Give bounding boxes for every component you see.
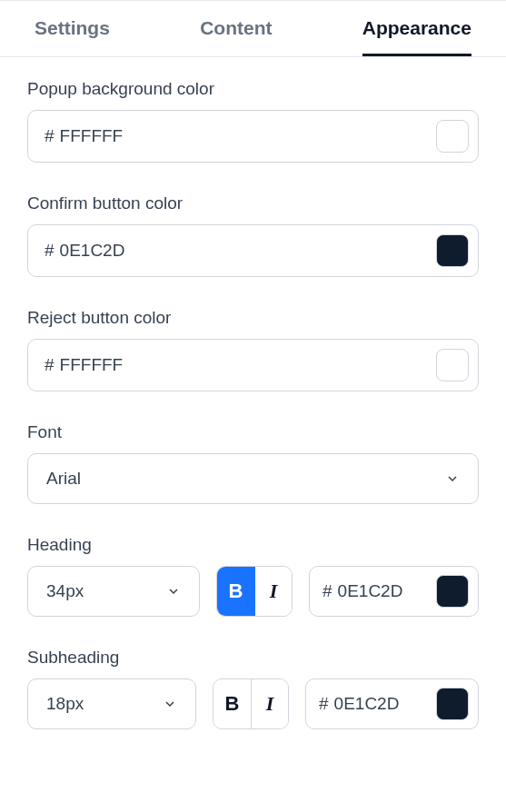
subheading-color-input[interactable] (334, 694, 432, 714)
heading-size-value: 34px (46, 581, 84, 601)
heading-style-group: B I (216, 566, 293, 617)
reject-btn-swatch[interactable] (436, 349, 469, 381)
hash-prefix: # (322, 581, 332, 601)
subheading-size-value: 18px (46, 694, 84, 714)
font-value: Arial (46, 469, 81, 489)
chevron-down-icon (166, 584, 181, 599)
font-select[interactable]: Arial (27, 453, 479, 504)
reject-btn-label: Reject button color (27, 308, 479, 328)
confirm-btn-input[interactable] (60, 241, 436, 261)
font-label: Font (27, 422, 479, 442)
subheading-color-row: # (305, 678, 479, 729)
font-field: Font Arial (27, 422, 479, 504)
hash-prefix: # (45, 355, 55, 375)
confirm-btn-field: Confirm button color # (27, 193, 479, 277)
subheading-row: 18px B I # (27, 678, 479, 729)
subheading-size-select[interactable]: 18px (27, 678, 196, 729)
subheading-field: Subheading 18px B I # (27, 648, 479, 729)
heading-color-input[interactable] (338, 581, 432, 601)
heading-label: Heading (27, 535, 479, 555)
subheading-label: Subheading (27, 648, 479, 668)
subheading-bold-toggle[interactable]: B (213, 679, 251, 728)
tab-settings[interactable]: Settings (35, 1, 110, 56)
subheading-color-swatch[interactable] (436, 688, 469, 720)
heading-row: 34px B I # (27, 566, 479, 617)
reject-btn-field: Reject button color # (27, 308, 479, 391)
popup-bg-label: Popup background color (27, 79, 479, 99)
reject-btn-row: # (27, 339, 479, 391)
heading-color-swatch[interactable] (436, 575, 469, 608)
subheading-style-group: B I (213, 678, 289, 729)
hash-prefix: # (45, 241, 55, 261)
popup-bg-row: # (27, 110, 479, 163)
heading-field: Heading 34px B I # (27, 535, 479, 617)
confirm-btn-label: Confirm button color (27, 193, 479, 213)
chevron-down-icon (445, 471, 460, 486)
heading-color-row: # (309, 566, 479, 617)
confirm-btn-swatch[interactable] (436, 234, 469, 267)
confirm-btn-row: # (27, 224, 479, 277)
popup-bg-field: Popup background color # (27, 79, 479, 163)
popup-bg-swatch[interactable] (436, 120, 469, 153)
tab-content[interactable]: Content (200, 1, 272, 56)
heading-italic-toggle[interactable]: I (254, 567, 292, 616)
heading-size-select[interactable]: 34px (27, 566, 200, 617)
reject-btn-input[interactable] (60, 355, 436, 375)
tabs: Settings Content Appearance (0, 0, 506, 57)
popup-bg-input[interactable] (60, 126, 436, 146)
subheading-italic-toggle[interactable]: I (251, 679, 288, 728)
hash-prefix: # (319, 694, 329, 714)
tab-appearance[interactable]: Appearance (362, 1, 471, 56)
chevron-down-icon (163, 697, 177, 711)
heading-bold-toggle[interactable]: B (217, 567, 254, 616)
hash-prefix: # (45, 126, 55, 146)
appearance-panel: Popup background color # Confirm button … (0, 57, 506, 787)
